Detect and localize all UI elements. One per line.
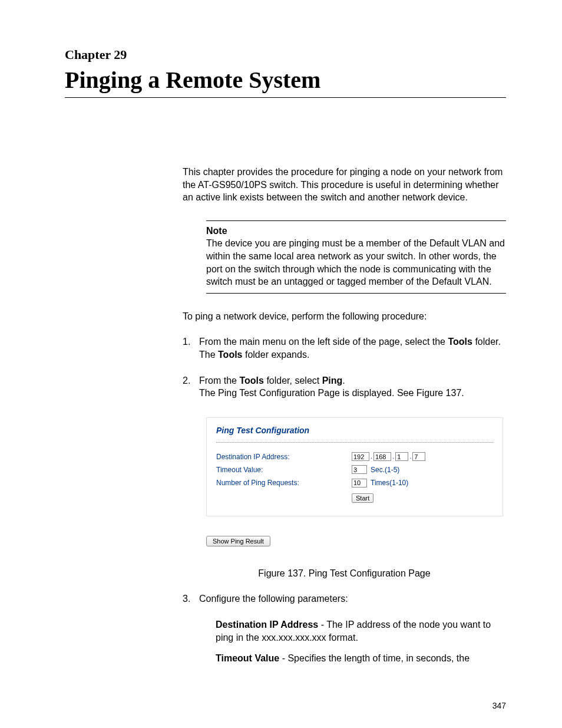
- row-start: Start: [216, 491, 493, 503]
- note-box: Note The device you are pinging must be …: [206, 220, 506, 294]
- ping-count-unit: Times(1-10): [371, 478, 408, 487]
- show-ping-result-button[interactable]: Show Ping Result: [206, 536, 270, 546]
- timeout-unit: Sec.(1-5): [371, 465, 399, 475]
- page-number: 347: [492, 701, 506, 710]
- chapter-label: Chapter 29: [65, 47, 506, 62]
- step-number: 1.: [183, 335, 199, 361]
- step-1: 1. From the main menu on the left side o…: [183, 335, 506, 361]
- step-body: Configure the following parameters:: [199, 592, 506, 605]
- ip-octet-1[interactable]: [352, 452, 369, 461]
- step-body: From the main menu on the left side of t…: [199, 335, 506, 361]
- note-label: Note: [206, 225, 506, 238]
- ip-octet-2[interactable]: [373, 452, 391, 461]
- param-destination-ip: Destination IP Address - The IP address …: [216, 618, 506, 644]
- figure-caption: Figure 137. Ping Test Configuration Page: [183, 567, 506, 580]
- ip-dot: .: [409, 452, 411, 461]
- ip-octet-4[interactable]: [412, 452, 425, 461]
- step-number: 3.: [183, 592, 199, 605]
- step-body: From the Tools folder, select Ping. The …: [199, 374, 506, 400]
- label-timeout: Timeout Value:: [216, 465, 352, 475]
- start-button[interactable]: Start: [352, 493, 373, 503]
- figure-ping-config: Ping Test Configuration Destination IP A…: [206, 417, 503, 516]
- label-ping-count: Number of Ping Requests:: [216, 478, 352, 487]
- intro-paragraph: This chapter provides the procedure for …: [183, 166, 506, 204]
- procedure-intro: To ping a network device, perform the fo…: [183, 310, 506, 323]
- step-3: 3. Configure the following parameters:: [183, 592, 506, 605]
- note-body: The device you are pinging must be a mem…: [206, 237, 506, 288]
- timeout-input[interactable]: [352, 465, 367, 474]
- title-rule: [65, 97, 506, 98]
- ip-dot: .: [371, 452, 372, 461]
- param-timeout-value: Timeout Value - Specifies the length of …: [216, 652, 506, 665]
- row-timeout: Timeout Value: Sec.(1-5): [216, 465, 493, 475]
- step-number: 2.: [183, 374, 199, 400]
- figure-title: Ping Test Configuration: [216, 425, 493, 443]
- ip-dot: .: [392, 452, 394, 461]
- chapter-title: Pinging a Remote System: [65, 66, 506, 94]
- row-ping-count: Number of Ping Requests: Times(1-10): [216, 478, 493, 487]
- ping-count-input[interactable]: [352, 479, 367, 487]
- row-destination-ip: Destination IP Address: . . .: [216, 452, 493, 462]
- step-2: 2. From the Tools folder, select Ping. T…: [183, 374, 506, 400]
- ip-octet-3[interactable]: [395, 452, 408, 461]
- label-destination-ip: Destination IP Address:: [216, 452, 352, 462]
